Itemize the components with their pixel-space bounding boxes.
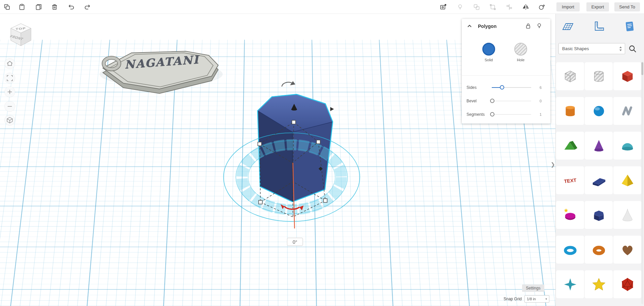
keychain-tag[interactable]: NAGATANI: [100, 51, 223, 94]
solid-label: Solid: [482, 58, 495, 62]
sides-slider-knob[interactable]: [500, 85, 504, 90]
top-toolbar: Import Export Send To: [0, 0, 644, 14]
shape-tile-roof[interactable]: [556, 132, 584, 160]
zoom-out-button[interactable]: [5, 101, 15, 111]
shape-tile-box[interactable]: [613, 62, 641, 90]
group-icon[interactable]: [472, 3, 481, 11]
divider: [462, 75, 550, 76]
segments-value: 1: [534, 112, 542, 116]
hide-bulb-icon[interactable]: [456, 3, 464, 11]
align-icon[interactable]: [505, 3, 514, 11]
shape-tile-pyramid[interactable]: [613, 166, 641, 194]
zoom-in-button[interactable]: [5, 87, 15, 97]
hole-mode-button[interactable]: [514, 43, 527, 56]
redo-icon[interactable]: [83, 3, 92, 11]
delete-icon[interactable]: [50, 3, 59, 11]
bevel-label: Bevel: [466, 99, 477, 103]
import-button[interactable]: Import: [556, 2, 580, 11]
fit-view-button[interactable]: [5, 73, 15, 83]
scrollbar-thumb[interactable]: [641, 62, 643, 75]
workplane-icon[interactable]: [561, 20, 574, 33]
select-arrows-icon: [619, 46, 622, 52]
shape-tile-torus[interactable]: [556, 236, 584, 264]
shapes-panel: Basic Shapes TEXT: [555, 13, 644, 306]
view-cube[interactable]: TOP FRONT: [7, 20, 35, 48]
inspector-title: Polygon: [478, 24, 496, 29]
lock-icon[interactable]: [524, 22, 532, 30]
shape-tile-polygon[interactable]: [585, 201, 613, 229]
shape-tile-cylinder[interactable]: [556, 97, 584, 125]
shape-tile-sphere[interactable]: [585, 97, 613, 125]
shape-tile-hole-box[interactable]: [556, 62, 584, 90]
orthographic-view-button[interactable]: [5, 115, 15, 125]
send-to-button[interactable]: Send To: [614, 2, 640, 11]
bulb-icon[interactable]: [536, 22, 543, 30]
snap-grid-label: Snap Grid: [504, 297, 522, 301]
shape-category-select[interactable]: Basic Shapes: [558, 43, 625, 54]
svg-text:TEXT: TEXT: [564, 177, 576, 184]
shape-tile-five-point-star[interactable]: [585, 270, 613, 298]
shape-tile-icosahedron[interactable]: [613, 270, 641, 298]
ungroup-icon[interactable]: [488, 3, 497, 11]
svg-text:0°: 0°: [293, 239, 297, 245]
export-button[interactable]: Export: [586, 2, 609, 11]
mirror-icon[interactable]: [521, 3, 530, 11]
viewport-3d[interactable]: NAGATANI: [0, 13, 555, 306]
search-icon[interactable]: [628, 44, 638, 54]
polygon-inspector-panel: Polygon Solid Hole Sides 6 Bevel: [462, 19, 550, 124]
tinkercad-window: Import Export Send To NAGATANI: [0, 0, 644, 306]
solid-mode-button[interactable]: [482, 43, 495, 56]
segments-label: Segments: [466, 112, 485, 117]
copy-icon[interactable]: [3, 3, 11, 11]
segments-slider-track[interactable]: [492, 114, 531, 115]
sides-value: 6: [534, 86, 542, 90]
sides-label: Sides: [466, 85, 477, 90]
show-all-icon[interactable]: [439, 3, 448, 11]
snap-grid-bar: Snap Grid 1/8 in ▾: [504, 295, 549, 303]
paste-icon[interactable]: [18, 3, 26, 11]
snap-grid-select[interactable]: 1/8 in ▾: [524, 295, 549, 303]
angle-label: 0°: [287, 238, 303, 246]
panel-collapse-tab[interactable]: ❯: [550, 157, 555, 172]
notes-icon[interactable]: [623, 20, 636, 33]
shape-tile-disc[interactable]: [556, 201, 584, 229]
shape-grid: TEXT: [556, 62, 641, 298]
shape-tile-scribble[interactable]: [613, 97, 641, 125]
bevel-slider-track[interactable]: [492, 101, 531, 101]
shape-tile-tube[interactable]: [585, 236, 613, 264]
ruler-icon[interactable]: [592, 20, 605, 33]
sketch-icon[interactable]: [537, 3, 546, 11]
scrollbar-track[interactable]: [641, 62, 643, 304]
home-view-button[interactable]: [5, 59, 15, 69]
shape-tile-cone[interactable]: [585, 132, 613, 160]
shape-tile-paraboloid[interactable]: [613, 201, 641, 229]
shape-tile-text[interactable]: TEXT: [556, 166, 584, 194]
settings-button[interactable]: Settings: [522, 284, 544, 292]
shape-tile-hole-cylinder[interactable]: [585, 62, 613, 90]
hole-label: Hole: [514, 58, 527, 62]
bevel-value: 0: [534, 99, 542, 103]
shape-tile-half-sphere[interactable]: [613, 132, 641, 160]
bevel-slider-knob[interactable]: [490, 99, 494, 103]
collapse-panel-icon[interactable]: [466, 23, 473, 30]
duplicate-icon[interactable]: [34, 3, 43, 11]
snap-grid-value: 1/8 in: [527, 297, 536, 301]
caret-down-icon: ▾: [545, 297, 547, 301]
segments-slider-knob[interactable]: [490, 112, 494, 116]
shape-tile-heart[interactable]: [613, 236, 641, 264]
flip-arrow[interactable]: [282, 81, 295, 87]
shape-tile-wedge[interactable]: [585, 166, 613, 194]
undo-icon[interactable]: [67, 3, 76, 11]
shape-category-value: Basic Shapes: [562, 46, 589, 51]
shape-tile-star[interactable]: [556, 270, 584, 298]
